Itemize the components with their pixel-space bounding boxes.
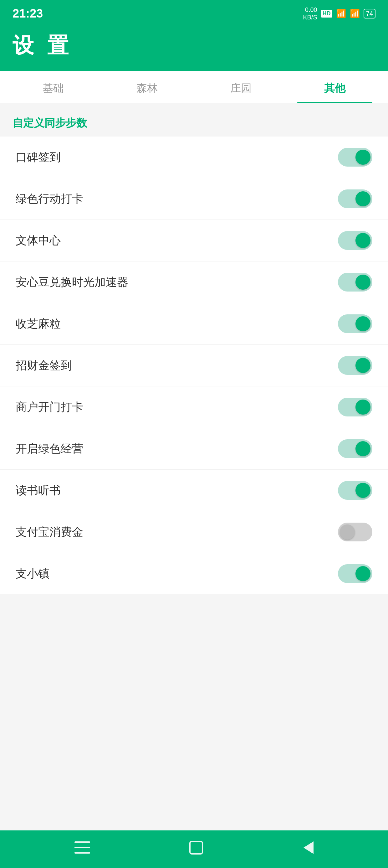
toggle-track-zhima [338, 314, 373, 333]
toggle-thumb-greenop [355, 441, 370, 456]
toggle-thumb-zhaocai [355, 358, 370, 373]
settings-label-zhima: 收芝麻粒 [15, 316, 61, 332]
settings-item-zhima: 收芝麻粒 [0, 303, 388, 345]
settings-label-reading: 读书听书 [15, 483, 61, 498]
toggle-thumb-anxin [355, 275, 370, 290]
toggle-thumb-zhima [355, 316, 370, 331]
toggle-zhizhen[interactable] [338, 564, 373, 583]
settings-item-reading: 读书听书 [0, 470, 388, 512]
toggle-green[interactable] [338, 189, 373, 208]
toggle-merchant[interactable] [338, 398, 373, 416]
settings-item-merchant: 商户开门打卡 [0, 386, 388, 428]
network-speed: 0.00KB/S [303, 6, 317, 21]
tab-basic[interactable]: 基础 [6, 71, 100, 103]
settings-item-green: 绿色行动打卡 [0, 178, 388, 220]
toggle-track-green [338, 189, 373, 208]
settings-item-koubei: 口碑签到 [0, 136, 388, 178]
toggle-track-alipay [338, 523, 373, 541]
toggle-track-merchant [338, 398, 373, 416]
status-icons: 0.00KB/S HD 📶 📶 74 [303, 6, 376, 21]
signal1-icon: 📶 [336, 9, 346, 19]
svg-rect-3 [190, 841, 202, 854]
tab-bar: 基础 森林 庄园 其他 [0, 71, 388, 103]
toggle-thumb-koubei [355, 150, 370, 165]
settings-item-alipay: 支付宝消费金 [0, 512, 388, 553]
hd-icon: HD [321, 10, 332, 18]
settings-label-greenop: 开启绿色经营 [15, 441, 83, 457]
toggle-track-zhaocai [338, 356, 373, 375]
toggle-thumb-alipay [340, 525, 355, 539]
section-title: 自定义同步步数 [0, 103, 388, 136]
settings-label-anxin: 安心豆兑换时光加速器 [15, 275, 128, 290]
svg-marker-4 [303, 841, 314, 854]
toggle-track-anxin [338, 273, 373, 291]
signal2-icon: 📶 [350, 9, 360, 19]
settings-list: 口碑签到绿色行动打卡文体中心安心豆兑换时光加速器收芝麻粒招财金签到商户开门打卡开… [0, 136, 388, 594]
toggle-track-zhizhen [338, 564, 373, 583]
toggle-thumb-reading [355, 483, 370, 498]
toggle-reading[interactable] [338, 481, 373, 500]
battery-icon: 74 [364, 9, 376, 19]
settings-label-sports: 文体中心 [15, 233, 61, 248]
tab-other[interactable]: 其他 [288, 71, 382, 103]
toggle-sports[interactable] [338, 231, 373, 250]
settings-label-zhizhen: 支小镇 [15, 566, 50, 582]
settings-item-zhizhen: 支小镇 [0, 553, 388, 594]
app-header: 设 置 [0, 25, 388, 71]
toggle-track-sports [338, 231, 373, 250]
svg-rect-2 [74, 852, 90, 854]
toggle-zhima[interactable] [338, 314, 373, 333]
settings-item-zhaocai: 招财金签到 [0, 345, 388, 386]
page-title: 设 置 [12, 31, 376, 60]
back-button[interactable] [302, 841, 314, 858]
toggle-greenop[interactable] [338, 439, 373, 458]
toggle-thumb-merchant [355, 400, 370, 414]
svg-rect-0 [74, 841, 90, 843]
toggle-anxin[interactable] [338, 273, 373, 291]
toggle-track-koubei [338, 148, 373, 166]
settings-label-alipay: 支付宝消费金 [15, 525, 83, 540]
settings-item-greenop: 开启绿色经营 [0, 428, 388, 470]
content-area: 自定义同步步数 口碑签到绿色行动打卡文体中心安心豆兑换时光加速器收芝麻粒招财金签… [0, 103, 388, 830]
toggle-thumb-sports [355, 233, 370, 248]
svg-rect-1 [74, 847, 90, 848]
settings-label-koubei: 口碑签到 [15, 150, 61, 165]
toggle-alipay[interactable] [338, 523, 373, 541]
toggle-thumb-green [355, 191, 370, 206]
settings-item-anxin: 安心豆兑换时光加速器 [0, 261, 388, 303]
tab-farm[interactable]: 庄园 [194, 71, 288, 103]
settings-item-sports: 文体中心 [0, 220, 388, 261]
menu-button[interactable] [74, 841, 90, 857]
settings-label-merchant: 商户开门打卡 [15, 400, 83, 415]
toggle-thumb-zhizhen [355, 566, 370, 581]
tab-forest[interactable]: 森林 [100, 71, 194, 103]
toggle-track-greenop [338, 439, 373, 458]
home-button[interactable] [189, 841, 203, 858]
toggle-koubei[interactable] [338, 148, 373, 166]
bottom-nav [0, 830, 388, 868]
settings-label-green: 绿色行动打卡 [15, 191, 83, 207]
settings-label-zhaocai: 招财金签到 [15, 358, 72, 373]
toggle-zhaocai[interactable] [338, 356, 373, 375]
status-time: 21:23 [12, 7, 43, 20]
status-bar: 21:23 0.00KB/S HD 📶 📶 74 [0, 0, 388, 25]
toggle-track-reading [338, 481, 373, 500]
